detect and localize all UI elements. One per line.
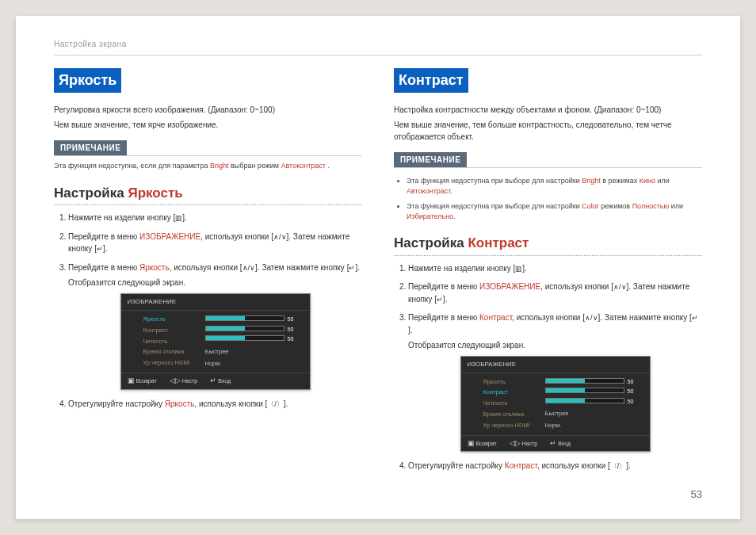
step-text: Перейдите в меню [68,232,139,241]
step-text: Перейдите в меню [408,282,479,291]
updown-icon: ∧/∨ [585,313,598,324]
osd-footer-item: ▣ Возврат [468,438,497,449]
note-highlight: Color [582,202,599,210]
menu-icon: ▥ [175,213,182,224]
osd-screenshot-contrast: ИЗОБРАЖЕНИЕ Яркость Контраст Четкость Вр… [460,356,651,453]
left-column: Яркость Регулировка яркости всего изобра… [54,68,362,479]
note-bullet: Эта функция недоступна при выборе для на… [407,201,702,222]
menu-icon: ▥ [515,264,522,275]
enter-icon: ↵ [97,244,103,255]
step-text: ]. [182,213,187,222]
step-text: Перейдите в меню [68,263,139,272]
steps-list: Нажмите на изделии кнопку [▥]. Перейдите… [394,262,702,472]
enter-icon: ↵ [692,313,698,324]
step-text: , используя кнопки [ [200,232,273,241]
section-title-brightness: Яркость [54,68,121,93]
osd-footer-label: Возврат [136,378,156,384]
note-text: . [450,187,452,195]
step-highlight: Контраст [479,313,512,322]
osd-footer: ▣ Возврат ◁▷ Настр ↵ Вход [121,373,310,389]
osd-item: Яркость [483,376,545,388]
osd-slider [205,315,284,321]
osd-body: Яркость Контраст Четкость Время отклика … [121,311,310,373]
step-text: Нажмите на изделии кнопку [ [408,264,515,273]
step-text: ]. Затем нажмите кнопку [ [598,313,692,322]
enter-icon: ↵ [210,376,216,387]
osd-footer-label: Возврат [475,441,496,446]
step-text: , используя кнопки [ [512,313,585,322]
osd-title: ИЗОБРАЖЕНИЕ [121,294,310,311]
step-text: ]. [443,295,448,304]
osd-item: Контраст [143,325,205,336]
step-text: ]. [284,399,288,408]
step-highlight: Яркость [139,263,170,272]
subsection-prefix: Настройка [394,235,468,250]
osd-item: Ур черного HDMI [143,357,205,369]
osd-footer-item: ◁▷ Настр [510,438,538,449]
right-column: Контраст Настройка контрастности между о… [394,68,702,479]
step-text: ]. [626,461,631,470]
leftright-icon: 〈/〉 [610,461,627,472]
step-text: , используя кнопки [ [537,461,610,470]
steps-list: Нажмите на изделии кнопку [▥]. Перейдите… [54,212,362,410]
step-highlight: ИЗОБРАЖЕНИЕ [139,232,200,241]
step-text: ]. [408,326,413,334]
osd-value: Быстрее [205,346,307,357]
step-subtext: Отобразится следующий экран. [408,339,702,351]
step-text: , используя кнопки [ [194,399,267,408]
step-text: , используя кнопки [ [170,263,242,272]
step-item: Отрегулируйте настройку Контраст, исполь… [408,460,702,472]
osd-footer-item: ↵ Вход [550,438,571,449]
note-bullet: Эта функция недоступна при выборе для на… [407,176,702,197]
note-text: Эта функция недоступна при выборе для на… [407,202,582,210]
note-text: или [669,202,683,210]
osd-values: 50 50 50 Быстрее Норм. [205,314,307,369]
osd-footer-item: ◁▷ Настр [170,376,198,387]
step-text: ]. Затем нажмите кнопку [ [255,263,349,272]
note-text: . [327,162,330,170]
step-text: Отрегулируйте настройку [408,461,505,470]
section-title-contrast: Контраст [394,68,468,93]
osd-item: Время отклика [143,346,205,357]
intro-text: Чем выше значение, тем ярче изображение. [54,119,362,131]
step-text: Нажмите на изделии кнопку [ [68,213,175,222]
enter-icon: ↵ [550,438,556,449]
osd-title: ИЗОБРАЖЕНИЕ [461,357,650,373]
osd-footer-item: ▣ Возврат [128,376,157,387]
note-body: Эта функция недоступна, если для парамет… [54,155,362,172]
osd-value: 50 [288,335,294,344]
osd-value: 50 [628,388,634,396]
step-item: Перейдите в меню ИЗОБРАЖЕНИЕ, используя … [68,231,362,255]
osd-labels: Яркость Контраст Четкость Время отклика … [143,314,205,369]
osd-slider [205,335,284,341]
adjust-icon: ◁▷ [510,438,521,449]
osd-item: Четкость [143,336,205,347]
page-number: 53 [691,488,702,500]
osd-labels: Яркость Контраст Четкость Время отклика … [483,376,545,432]
two-column-layout: Яркость Регулировка яркости всего изобра… [54,68,702,479]
return-icon: ▣ [128,376,135,387]
step-item: Отрегулируйте настройку Яркость, использ… [68,398,362,411]
osd-footer-item: ↵ Вход [210,376,231,387]
osd-values: 50 50 50 Быстрее Норм. [545,376,647,432]
leftright-icon: 〈/〉 [267,399,284,411]
return-icon: ▣ [468,438,475,449]
enter-icon: ↵ [437,295,443,306]
step-item: Перейдите в меню Контраст, используя кно… [408,311,702,452]
subsection-prefix: Настройка [54,185,128,201]
step-text: Отрегулируйте настройку [68,399,165,408]
osd-footer-label: Настр [182,378,198,384]
osd-item-selected: Контраст [483,387,545,398]
osd-value: Норм. [545,419,647,431]
step-item: Нажмите на изделии кнопку [▥]. [68,212,362,224]
page-header: Настройка экрана [54,40,702,55]
note-text: Эта функция недоступна при выборе для на… [407,177,582,185]
osd-value: 50 [288,326,294,334]
updown-icon: ∧/∨ [613,282,627,293]
osd-item-selected: Яркость [143,314,205,325]
osd-slider [545,388,624,393]
step-text: ]. [522,264,527,273]
subsection-highlight: Яркость [128,185,182,201]
note-highlight: Автоконтраст [281,162,326,170]
note-badge: ПРИМЕЧАНИЕ [54,140,127,155]
